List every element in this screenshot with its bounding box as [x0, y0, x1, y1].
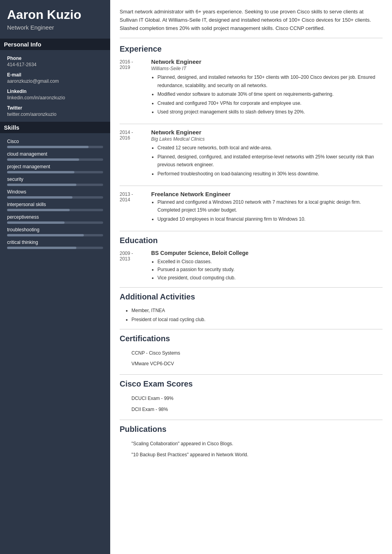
education-section-title: Education: [120, 236, 383, 245]
exam-scores-list: DCUCI Exam - 99%DCII Exam - 98%: [120, 393, 383, 415]
education-list: 2009 - 2013BS Computer Science, Beloit C…: [120, 250, 383, 282]
publications-list: "Scaling Collaboration" appeared in Cisc…: [120, 439, 383, 460]
activity-item: Member, ITNEA: [131, 306, 383, 315]
skill-bar-fill: [7, 184, 76, 186]
exp-divider: [120, 186, 383, 186]
education-divider: [120, 231, 383, 231]
skill-item: interpersonal skills: [7, 202, 103, 211]
skill-bar-bg: [7, 234, 103, 236]
cert-item: VMware VCP6-DCV: [120, 359, 383, 370]
entry-company: Williams-Seile IT: [151, 66, 383, 71]
email-field: E-mail aaronzkuzio@gmail.com: [7, 72, 103, 84]
entry-company: Big Lakes Medical Clinics: [151, 136, 383, 142]
entry-job-title: Freelance Network Engineer: [151, 191, 383, 197]
skill-name: perceptiveness: [7, 214, 103, 220]
linkedin-value: linkedin.com/in/aaronzkuzio: [7, 95, 103, 100]
cert-item: CCNP - Cisco Systems: [120, 348, 383, 359]
activities-list: Member, ITNEAPresident of local road cyc…: [120, 306, 383, 324]
experience-entry: 2013 - 2014Freelance Network EngineerPla…: [120, 191, 383, 224]
skill-item: Windows: [7, 189, 103, 199]
bullet-item: Pursued a passion for security study.: [157, 266, 248, 273]
edu-degree: BS Computer Science, Beloit College: [151, 250, 248, 256]
skills-header: Skills: [0, 122, 110, 133]
entry-body: Freelance Network EngineerPlanned and co…: [151, 191, 383, 224]
twitter-value: twitter.com/aaronzkuzio: [7, 112, 103, 117]
main-content: Smart network administrator with 6+ year…: [110, 0, 392, 554]
skill-item: cloud management: [7, 151, 103, 161]
skill-bar-fill: [7, 221, 65, 224]
entry-job-title: Network Engineer: [151, 58, 383, 65]
skill-bar-bg: [7, 184, 103, 186]
entry-bullets: Planned and configured a Windows 2010 ne…: [151, 198, 383, 223]
exam-scores-divider: [120, 374, 383, 375]
skill-bar-bg: [7, 158, 103, 161]
publication-item: "10 Backup Best Practices" appeared in N…: [120, 450, 383, 461]
activity-item: President of local road cycling club.: [131, 315, 383, 324]
skill-bar-bg: [7, 196, 103, 199]
entry-bullets: Planned, designed, and installed network…: [151, 73, 383, 116]
phone-label: Phone: [7, 56, 103, 61]
skill-item: perceptiveness: [7, 214, 103, 224]
experience-list: 2016 - 2019Network EngineerWilliams-Seil…: [120, 58, 383, 224]
activities-divider: [120, 287, 383, 288]
bullet-item: Planned, designed, and installed network…: [157, 73, 383, 89]
entry-body: Network EngineerWilliams-Seile ITPlanned…: [151, 58, 383, 117]
certifications-divider: [120, 329, 383, 329]
bullet-item: Used strong project management skills to…: [157, 108, 383, 116]
skill-name: security: [7, 177, 103, 182]
edu-body: BS Computer Science, Beloit CollegeExcel…: [151, 250, 248, 282]
entry-dates: 2014 - 2016: [120, 129, 151, 178]
experience-entry: 2016 - 2019Network EngineerWilliams-Seil…: [120, 58, 383, 117]
bullet-item: Upgraded 10 employees in local financial…: [157, 215, 383, 223]
bullet-item: Performed troubleshooting on load-balanc…: [157, 170, 383, 178]
skill-name: project management: [7, 164, 103, 169]
bullet-item: Planned, designed, configured, and insta…: [157, 153, 383, 169]
sidebar: Aaron Kuzio Network Engineer Personal In…: [0, 0, 110, 554]
skill-bar-fill: [7, 247, 76, 249]
entry-job-title: Network Engineer: [151, 129, 383, 136]
publications-section-title: Publications: [120, 425, 383, 434]
exam-score-item: DCII Exam - 98%: [120, 404, 383, 415]
skill-item: security: [7, 177, 103, 186]
experience-entry: 2014 - 2016Network EngineerBig Lakes Med…: [120, 129, 383, 178]
entry-dates: 2016 - 2019: [120, 58, 151, 117]
skill-bar-fill: [7, 171, 74, 173]
entry-dates: 2013 - 2014: [120, 191, 151, 224]
summary-text: Smart network administrator with 6+ year…: [120, 8, 383, 38]
twitter-field: Twitter twitter.com/aaronzkuzio: [7, 105, 103, 117]
bullet-item: Excelled in Cisco classes.: [157, 258, 248, 266]
skill-item: project management: [7, 164, 103, 173]
certifications-section-title: Certifications: [120, 334, 383, 343]
skill-bar-bg: [7, 247, 103, 249]
exam-scores-section-title: Cisco Exam Scores: [120, 379, 383, 389]
skill-bar-fill: [7, 209, 70, 211]
email-label: E-mail: [7, 72, 103, 78]
skill-bar-bg: [7, 146, 103, 148]
skill-name: critical thinking: [7, 240, 103, 245]
skill-bar-fill: [7, 234, 84, 236]
bullet-item: Created 12 secure networks, both local a…: [157, 144, 383, 152]
skill-item: Cisco: [7, 139, 103, 148]
bullet-item: Modified vendor software to automate 30%…: [157, 90, 383, 98]
publication-item: "Scaling Collaboration" appeared in Cisc…: [120, 439, 383, 450]
exam-score-item: DCUCI Exam - 99%: [120, 393, 383, 404]
linkedin-field: LinkedIn linkedin.com/in/aaronzkuzio: [7, 89, 103, 100]
edu-dates: 2009 - 2013: [120, 250, 151, 282]
bullet-item: Planned and configured a Windows 2010 ne…: [157, 198, 383, 214]
certifications-list: CCNP - Cisco SystemsVMware VCP6-DCV: [120, 348, 383, 370]
phone-field: Phone 414-617-2634: [7, 56, 103, 67]
activities-section-title: Additional Activities: [120, 292, 383, 301]
skill-bar-fill: [7, 146, 89, 148]
skill-bar-bg: [7, 171, 103, 173]
skill-item: critical thinking: [7, 240, 103, 249]
bullet-item: Vice president, cloud computing club.: [157, 274, 248, 282]
skill-name: troubleshooting: [7, 227, 103, 232]
education-entry: 2009 - 2013BS Computer Science, Beloit C…: [120, 250, 383, 282]
experience-section-title: Experience: [120, 45, 383, 54]
edu-bullets: Excelled in Cisco classes.Pursued a pass…: [151, 258, 248, 282]
skill-bar-bg: [7, 209, 103, 211]
bullet-item: Created and configured 700+ VPNs for cor…: [157, 99, 383, 107]
twitter-label: Twitter: [7, 105, 103, 111]
skill-item: troubleshooting: [7, 227, 103, 236]
resume-container: Aaron Kuzio Network Engineer Personal In…: [0, 0, 392, 554]
